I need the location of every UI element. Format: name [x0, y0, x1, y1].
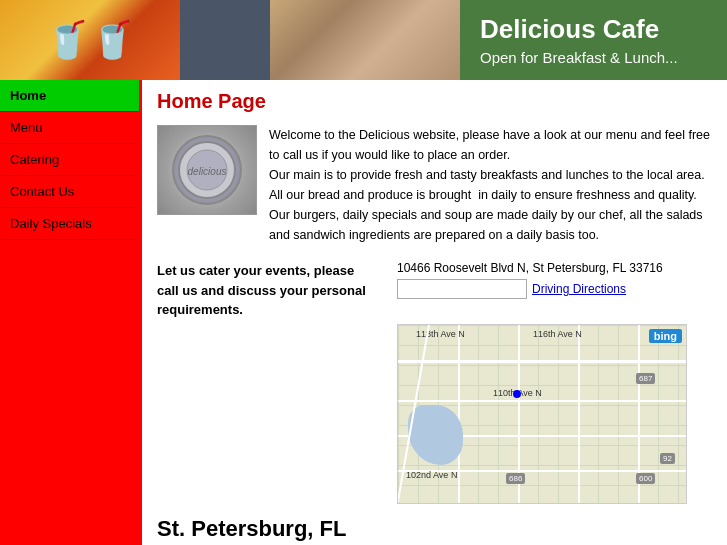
- header-image-cafe: [270, 0, 460, 80]
- cater-text: Let us cater your events, please call us…: [157, 261, 377, 320]
- sidebar-item-catering[interactable]: Catering: [0, 144, 139, 176]
- map-bing-label: bing: [649, 329, 682, 343]
- driving-directions-link[interactable]: Driving Directions: [532, 282, 626, 296]
- sidebar-item-menu[interactable]: Menu: [0, 112, 139, 144]
- map-road: [458, 325, 460, 503]
- sidebar-item-specials[interactable]: Daily Specials: [0, 208, 139, 240]
- header-image-drinks: 🥤🥤: [0, 0, 180, 80]
- cafe-tagline: Open for Breakfast & Lunch...: [480, 49, 707, 66]
- weather-section: St. Petersburg, FL Updated Saturday, Jun…: [157, 516, 712, 546]
- cafe-name: Delicious Cafe: [480, 14, 707, 45]
- weather-city: St. Petersburg, FL: [157, 516, 712, 542]
- cater-address-row: Let us cater your events, please call us…: [157, 261, 712, 320]
- address-input-row: Driving Directions: [397, 279, 712, 299]
- address-input[interactable]: [397, 279, 527, 299]
- map-road: [578, 325, 580, 503]
- map-container[interactable]: 118th Ave N 116th Ave N 110th Ave N 102n…: [397, 324, 687, 504]
- map-image: 118th Ave N 116th Ave N 110th Ave N 102n…: [398, 325, 686, 503]
- map-route-badge: 686: [506, 473, 525, 484]
- map-street-label: 102nd Ave N: [406, 470, 457, 480]
- map-route-badge: 600: [636, 473, 655, 484]
- page-title: Home Page: [157, 90, 712, 113]
- map-water: [408, 405, 463, 465]
- map-route-badge: 687: [636, 373, 655, 384]
- map-street-label: 118th Ave N: [416, 329, 465, 339]
- map-pin: [513, 390, 521, 398]
- logo-circle: delicious: [172, 135, 242, 205]
- map-road: [398, 360, 686, 363]
- map-street-label: 116th Ave N: [533, 329, 582, 339]
- cafe-logo-image: delicious: [157, 125, 257, 215]
- map-road: [398, 400, 686, 402]
- drinks-icon: 🥤🥤: [45, 19, 135, 61]
- address-text: 10466 Roosevelt Blvd N, St Petersburg, F…: [397, 261, 712, 275]
- main-layout: Home Menu Catering Contact Us Daily Spec…: [0, 80, 727, 545]
- svg-text:delicious: delicious: [188, 166, 227, 177]
- welcome-text: Welcome to the Delicious website, please…: [269, 125, 712, 245]
- sidebar-item-contact[interactable]: Contact Us: [0, 176, 139, 208]
- header-brand: Delicious Cafe Open for Breakfast & Lunc…: [460, 0, 727, 80]
- sidebar: Home Menu Catering Contact Us Daily Spec…: [0, 80, 139, 545]
- header-image-mid: [180, 0, 270, 80]
- content-area: Home Page delicious Welcome to the Delic…: [139, 80, 727, 545]
- address-section: 10466 Roosevelt Blvd N, St Petersburg, F…: [397, 261, 712, 320]
- map-route-badge: 92: [660, 453, 675, 464]
- welcome-section: delicious Welcome to the Delicious websi…: [157, 125, 712, 245]
- sidebar-item-home[interactable]: Home: [0, 80, 139, 112]
- header: 🥤🥤 Delicious Cafe Open for Breakfast & L…: [0, 0, 727, 80]
